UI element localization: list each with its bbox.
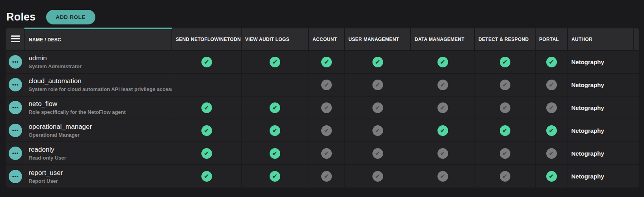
permission-cell-user-management [344,50,411,73]
row-actions-cell: ••• [6,119,25,142]
table-row: ••• operational_manager Operational Mana… [6,119,639,142]
table-menu-header[interactable] [6,28,25,50]
name-desc-cell: cloud_automation System role for cloud a… [25,73,172,96]
page-header: Roles ADD ROLE [0,0,644,28]
row-actions-ellipsis-icon[interactable]: ••• [9,170,22,183]
role-description: System Administrator [29,63,172,69]
check-icon [500,148,510,159]
check-icon [372,171,383,182]
check-icon [201,171,212,182]
row-spacer [634,96,639,119]
permission-cell-account [309,119,344,142]
permission-cell-portal [535,50,568,73]
row-actions-cell: ••• [6,50,25,73]
permission-cell-portal [535,165,568,188]
permission-cell-user-management [344,142,411,165]
permission-cell-portal [535,142,568,165]
row-actions-ellipsis-icon[interactable]: ••• [9,55,22,69]
author-cell: Netography [568,142,634,165]
permission-cell-send-netoflow [172,96,241,119]
author-cell: Netography [568,119,634,142]
check-icon [321,57,332,67]
author-cell: Netography [568,50,634,73]
permission-cell-user-management [344,165,411,188]
name-desc-cell: operational_manager Operational Manager [25,119,172,142]
row-actions-cell: ••• [6,96,25,119]
name-desc-cell: neto_flow Role specifically for the Neto… [25,96,172,119]
column-header-send-netoflow[interactable]: SEND NETOFLOW/NETODNS [172,28,241,50]
column-header-data-management[interactable]: DATA MANAGEMENT [411,28,475,50]
column-header-author[interactable]: AUTHOR [568,28,634,50]
permission-cell-view-audit-logs [241,142,309,165]
permission-cell-account [309,50,344,73]
check-icon [321,80,332,90]
check-icon [270,148,280,159]
check-icon [437,57,448,67]
row-spacer [634,119,639,142]
permission-cell-view-audit-logs [241,119,309,142]
check-icon [270,102,280,113]
header-spacer [634,28,639,50]
check-icon [372,57,383,67]
permission-cell-user-management [344,96,411,119]
row-actions-ellipsis-icon[interactable]: ••• [9,147,22,160]
permission-cell-detect-respond [475,119,535,142]
table-row: ••• readonly Read-only User Netography [6,142,639,165]
row-spacer [634,50,639,73]
check-icon [546,171,557,182]
name-desc-cell: readonly Read-only User [25,142,172,165]
check-icon [201,57,212,67]
column-header-detect-respond[interactable]: DETECT & RESPOND [475,28,535,50]
permission-cell-send-netoflow [172,142,241,165]
column-header-name-desc[interactable]: NAME / DESC [25,28,172,50]
check-icon [201,125,212,136]
row-spacer [634,73,639,96]
row-actions-ellipsis-icon[interactable]: ••• [9,101,22,114]
hamburger-icon[interactable] [11,34,20,44]
column-header-user-management[interactable]: USER MANAGEMENT [344,28,411,50]
check-icon [500,80,510,90]
check-icon [372,148,383,159]
table-row: ••• cloud_automation System role for clo… [6,73,639,96]
permission-cell-data-management [411,142,475,165]
role-name: neto_flow [29,100,172,108]
row-actions-cell: ••• [6,142,25,165]
column-header-portal[interactable]: PORTAL [535,28,568,50]
permission-cell-data-management [411,119,475,142]
permission-cell-detect-respond [475,96,535,119]
page-title: Roles [6,11,36,23]
header-row: NAME / DESC SEND NETOFLOW/NETODNS VIEW A… [6,28,639,50]
permission-cell-view-audit-logs [241,165,309,188]
column-header-view-audit-logs[interactable]: VIEW AUDIT LOGS [241,28,309,50]
check-icon [546,102,557,113]
row-actions-ellipsis-icon[interactable]: ••• [9,78,22,91]
permission-cell-send-netoflow [172,73,241,96]
check-icon [437,171,448,182]
role-name: cloud_automation [29,77,172,85]
row-actions-cell: ••• [6,165,25,188]
check-icon [321,102,332,113]
check-icon [546,148,557,159]
row-spacer [634,142,639,165]
permission-cell-portal [535,96,568,119]
permission-cell-data-management [411,50,475,73]
permission-cell-view-audit-logs [241,96,309,119]
role-name: readonly [29,146,172,154]
row-actions-ellipsis-icon[interactable]: ••• [9,124,22,137]
column-header-account[interactable]: ACCOUNT [309,28,344,50]
check-icon [270,57,280,67]
role-name: report_user [29,169,172,177]
check-icon [201,148,212,159]
check-icon [500,102,510,113]
name-desc-cell: admin System Administrator [25,50,172,73]
role-name: admin [29,54,172,62]
check-icon [546,125,557,136]
check-icon [500,57,510,67]
permission-cell-send-netoflow [172,165,241,188]
permission-cell-detect-respond [475,73,535,96]
add-role-button[interactable]: ADD ROLE [46,10,95,24]
permission-cell-account [309,165,344,188]
check-icon [270,171,280,182]
permission-cell-detect-respond [475,165,535,188]
permission-cell-user-management [344,73,411,96]
